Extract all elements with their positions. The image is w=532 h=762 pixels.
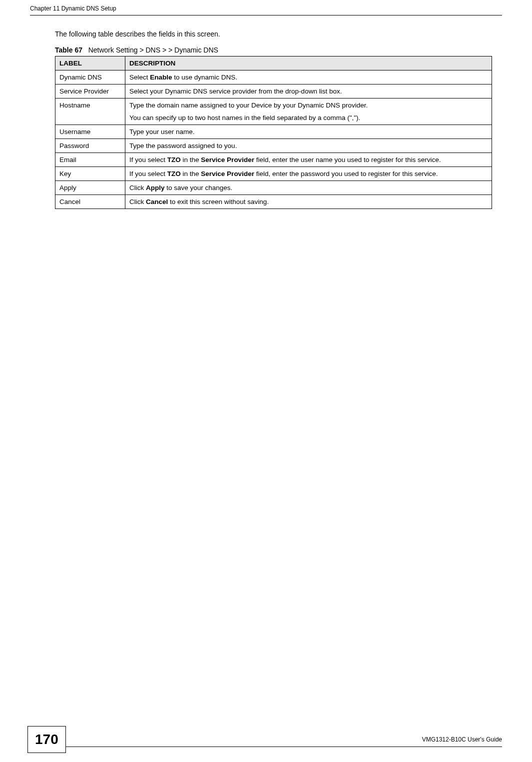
description-text: If you select: [129, 170, 167, 178]
row-description: Type your user name.: [125, 125, 492, 139]
description-text: Type the password assigned to you.: [129, 142, 237, 150]
table-row: KeyIf you select TZO in the Service Prov…: [55, 167, 492, 181]
description-text: Enable: [150, 74, 172, 81]
description-text: TZO: [167, 156, 181, 164]
description-table: LABEL DESCRIPTION Dynamic DNSSelect Enab…: [55, 56, 492, 209]
description-text: Select your Dynamic DNS service provider…: [129, 88, 342, 95]
row-label: Service Provider: [55, 84, 125, 98]
table-caption-text: Network Setting > DNS > > Dynamic DNS: [88, 46, 218, 54]
description-text: to save your changes.: [165, 184, 233, 192]
description-text: If you select: [129, 156, 167, 164]
footer-guide-title: VMG1312-B10C User's Guide: [422, 736, 502, 743]
description-text: Type the domain name assigned to your De…: [129, 102, 368, 109]
table-row: HostnameType the domain name assigned to…: [55, 98, 492, 125]
description-text: You can specify up to two host names in …: [129, 114, 360, 122]
header-rule: [30, 15, 502, 16]
header-description: DESCRIPTION: [125, 56, 492, 70]
footer-rule: [60, 746, 502, 747]
table-row: EmailIf you select TZO in the Service Pr…: [55, 153, 492, 167]
header-label: LABEL: [55, 56, 125, 70]
description-text: field, enter the user name you used to r…: [254, 156, 441, 164]
table-row: UsernameType your user name.: [55, 125, 492, 139]
table-caption: Table 67 Network Setting > DNS > > Dynam…: [55, 46, 492, 54]
description-text: Type your user name.: [129, 128, 195, 136]
description-text: Click: [129, 184, 146, 192]
row-label: Password: [55, 139, 125, 153]
row-label: Apply: [55, 181, 125, 195]
description-text: in the: [181, 156, 201, 164]
description-text: TZO: [167, 170, 181, 178]
row-description: Click Cancel to exit this screen without…: [125, 195, 492, 209]
table-row: Service ProviderSelect your Dynamic DNS …: [55, 84, 492, 98]
description-text: Service Provider: [201, 170, 254, 178]
description-text: field, enter the password you used to re…: [254, 170, 438, 178]
description-text: to use dynamic DNS.: [172, 74, 238, 81]
row-label: Dynamic DNS: [55, 70, 125, 84]
table-header-row: LABEL DESCRIPTION: [55, 56, 492, 70]
row-label: Hostname: [55, 98, 125, 125]
description-text: to exit this screen without saving.: [168, 198, 269, 206]
description-text: in the: [181, 170, 201, 178]
row-description: If you select TZO in the Service Provide…: [125, 167, 492, 181]
row-description: Select Enable to use dynamic DNS.: [125, 70, 492, 84]
description-text: Service Provider: [201, 156, 254, 164]
table-row: CancelClick Cancel to exit this screen w…: [55, 195, 492, 209]
page-number: 170: [27, 726, 66, 753]
description-text: Cancel: [146, 198, 168, 206]
table-caption-prefix: Table 67: [55, 46, 82, 54]
row-label: Username: [55, 125, 125, 139]
row-description: Select your Dynamic DNS service provider…: [125, 84, 492, 98]
content-area: The following table describes the fields…: [55, 30, 492, 209]
table-row: ApplyClick Apply to save your changes.: [55, 181, 492, 195]
page-footer: 170 VMG1312-B10C User's Guide: [0, 746, 532, 747]
row-label: Email: [55, 153, 125, 167]
table-row: Dynamic DNSSelect Enable to use dynamic …: [55, 70, 492, 84]
description-text: Select: [129, 74, 150, 81]
intro-text: The following table describes the fields…: [55, 30, 492, 38]
description-paragraph: Type the domain name assigned to your De…: [129, 102, 488, 109]
row-label: Key: [55, 167, 125, 181]
description-paragraph: You can specify up to two host names in …: [129, 114, 488, 122]
row-description: Type the domain name assigned to your De…: [125, 98, 492, 125]
row-description: Type the password assigned to you.: [125, 139, 492, 153]
row-description: Click Apply to save your changes.: [125, 181, 492, 195]
table-row: PasswordType the password assigned to yo…: [55, 139, 492, 153]
description-text: Click: [129, 198, 146, 206]
row-label: Cancel: [55, 195, 125, 209]
row-description: If you select TZO in the Service Provide…: [125, 153, 492, 167]
page-header-chapter: Chapter 11 Dynamic DNS Setup: [30, 5, 116, 12]
description-text: Apply: [146, 184, 165, 192]
